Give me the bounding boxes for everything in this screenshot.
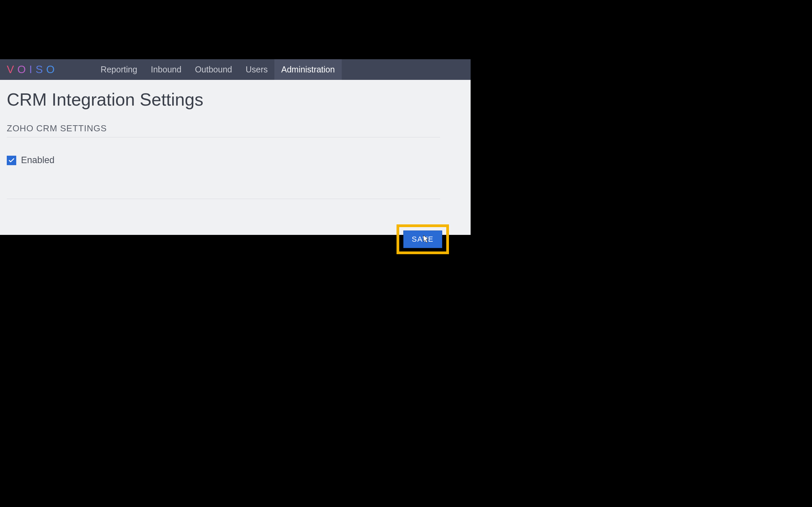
enabled-row: Enabled [7, 155, 464, 166]
save-button-highlight: SAVE [397, 224, 449, 254]
navbar: V O I S O Reporting Inbound Outbound Use… [0, 59, 471, 80]
logo-letter-s: S [36, 63, 45, 76]
app-window: V O I S O Reporting Inbound Outbound Use… [0, 59, 471, 235]
logo-letter-o1: O [17, 63, 28, 76]
page-title: CRM Integration Settings [7, 89, 464, 110]
nav-item-administration[interactable]: Administration [274, 59, 341, 80]
logo-letter-i: I [29, 63, 34, 76]
logo-letter-o2: O [46, 63, 57, 76]
nav-item-outbound[interactable]: Outbound [188, 59, 239, 80]
save-button-label: SAVE [412, 235, 434, 244]
section-title-zoho: ZOHO CRM SETTINGS [7, 123, 440, 137]
nav-item-reporting[interactable]: Reporting [94, 59, 144, 80]
logo-letter-v: V [7, 63, 16, 76]
enabled-label: Enabled [21, 155, 54, 166]
nav-item-inbound[interactable]: Inbound [144, 59, 188, 80]
save-button[interactable]: SAVE [403, 230, 442, 248]
check-icon [8, 157, 15, 164]
enabled-checkbox[interactable] [7, 156, 16, 165]
logo: V O I S O [7, 63, 57, 76]
section-divider [7, 199, 440, 199]
nav-items: Reporting Inbound Outbound Users Adminis… [94, 59, 341, 80]
nav-item-users[interactable]: Users [239, 59, 274, 80]
content: CRM Integration Settings ZOHO CRM SETTIN… [0, 80, 471, 235]
